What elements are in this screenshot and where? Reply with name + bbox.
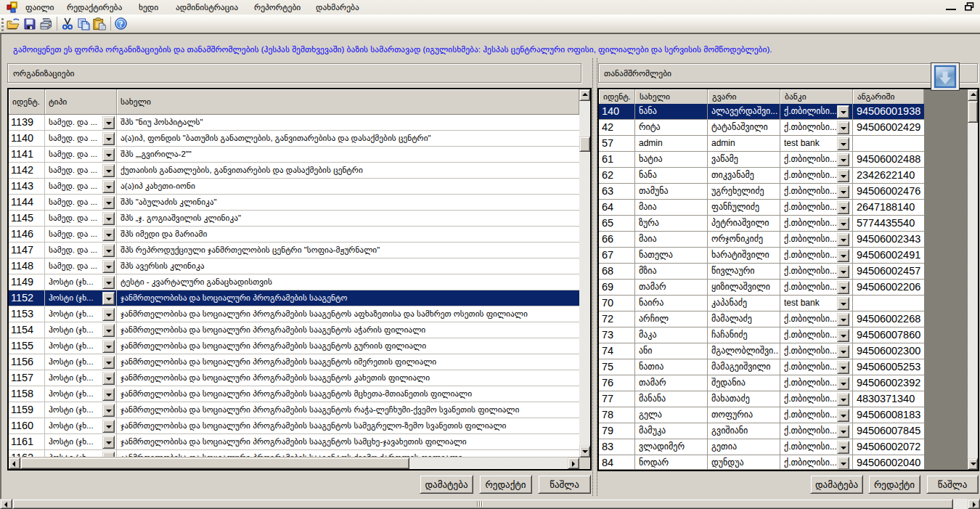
svg-text:?: ? [119,19,123,29]
